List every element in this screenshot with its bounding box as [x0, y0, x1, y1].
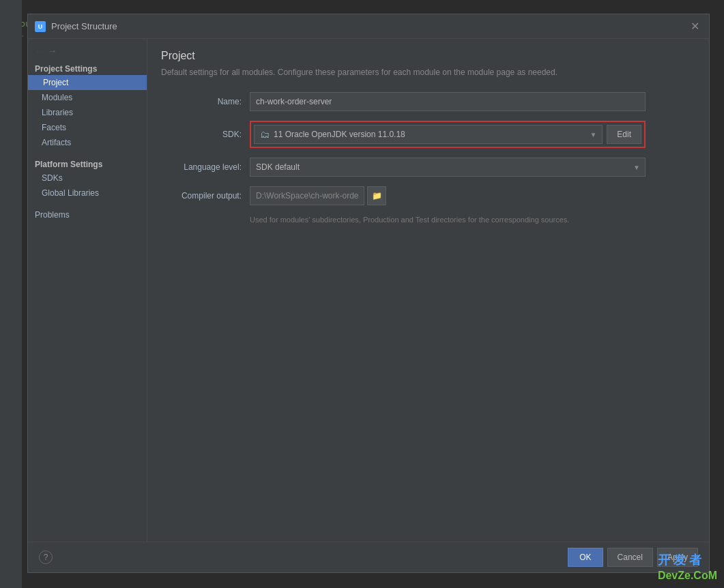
sdk-edit-button[interactable]: Edit [607, 125, 641, 144]
language-level-control: SDK default 11 - Local variable syntax f… [250, 158, 646, 177]
page-description: Default settings for all modules. Config… [161, 66, 695, 78]
sidebar-item-modules[interactable]: Modules [28, 90, 147, 105]
language-level-label: Language level: [161, 162, 250, 172]
dialog-body: ← → Project Settings Project Modules Lib… [28, 39, 709, 542]
watermark-cn-text: 开 发 者 [658, 553, 701, 567]
sidebar: ← → Project Settings Project Modules Lib… [28, 39, 147, 542]
project-settings-label: Project Settings [28, 60, 147, 75]
sdk-dropdown[interactable]: 🗂 11 Oracle OpenJDK version 11.0.18 ▼ [254, 125, 603, 144]
sdk-folder-icon: 🗂 [260, 129, 270, 140]
sidebar-item-problems[interactable]: Problems [28, 207, 147, 222]
sidebar-item-sdks[interactable]: SDKs [28, 171, 147, 186]
left-panel [0, 0, 22, 588]
name-label: Name: [161, 97, 250, 106]
name-row: Name: [161, 92, 695, 111]
sdk-highlight-border: 🗂 11 Oracle OpenJDK version 11.0.18 ▼ Ed… [250, 121, 646, 148]
page-title: Project [161, 50, 695, 62]
sidebar-item-artifacts[interactable]: Artifacts [28, 135, 147, 150]
platform-settings-label: Platform Settings [28, 156, 147, 171]
sdk-row: SDK: 🗂 11 Oracle OpenJDK version 11.0.18… [161, 121, 695, 148]
title-bar: U Project Structure ✕ [28, 14, 709, 39]
problems-section: Problems [28, 207, 147, 222]
dialog-icon: U [35, 21, 46, 32]
back-button[interactable]: ← [35, 46, 44, 56]
sidebar-item-libraries[interactable]: Libraries [28, 105, 147, 120]
watermark-en-text: DevZe.CoM [658, 570, 717, 581]
compiler-output-input[interactable] [250, 186, 364, 205]
sidebar-item-project[interactable]: Project [28, 75, 147, 90]
bottom-bar: ? OK Cancel Apply [28, 542, 709, 572]
language-level-row: Language level: SDK default 11 - Local v… [161, 158, 695, 177]
dialog-title: Project Structure [51, 21, 117, 31]
close-button[interactable]: ✕ [688, 20, 702, 33]
forward-button[interactable]: → [48, 46, 57, 56]
sdk-dropdown-arrow-icon: ▼ [590, 131, 596, 138]
title-bar-left: U Project Structure [35, 21, 117, 32]
folder-browse-icon: 📁 [372, 191, 382, 201]
compiler-output-browse-button[interactable]: 📁 [367, 186, 386, 205]
name-control [250, 92, 646, 111]
sidebar-item-global-libraries[interactable]: Global Libraries [28, 186, 147, 201]
language-level-select[interactable]: SDK default 11 - Local variable syntax f… [250, 158, 646, 177]
sdk-control: 🗂 11 Oracle OpenJDK version 11.0.18 ▼ Ed… [250, 121, 646, 148]
ok-button[interactable]: OK [568, 548, 603, 567]
project-structure-dialog: U Project Structure ✕ ← → Project Settin… [27, 14, 710, 573]
sidebar-item-facets[interactable]: Facets [28, 120, 147, 135]
nav-header: ← → [28, 44, 147, 60]
compiler-output-row: Compiler output: 📁 [161, 186, 695, 205]
help-button[interactable]: ? [39, 550, 53, 564]
hint-text: Used for modules' subdirectories, Produc… [161, 215, 695, 225]
sdk-label: SDK: [161, 130, 250, 139]
sdk-value-text: 11 Oracle OpenJDK version 11.0.18 [274, 130, 585, 139]
name-input[interactable] [250, 92, 646, 111]
cancel-button[interactable]: Cancel [607, 548, 653, 567]
main-content: Project Default settings for all modules… [147, 39, 709, 542]
compiler-output-label: Compiler output: [161, 191, 250, 201]
watermark: 开 发 者 DevZe.CoM [658, 552, 717, 583]
compiler-output-control: 📁 [250, 186, 386, 205]
